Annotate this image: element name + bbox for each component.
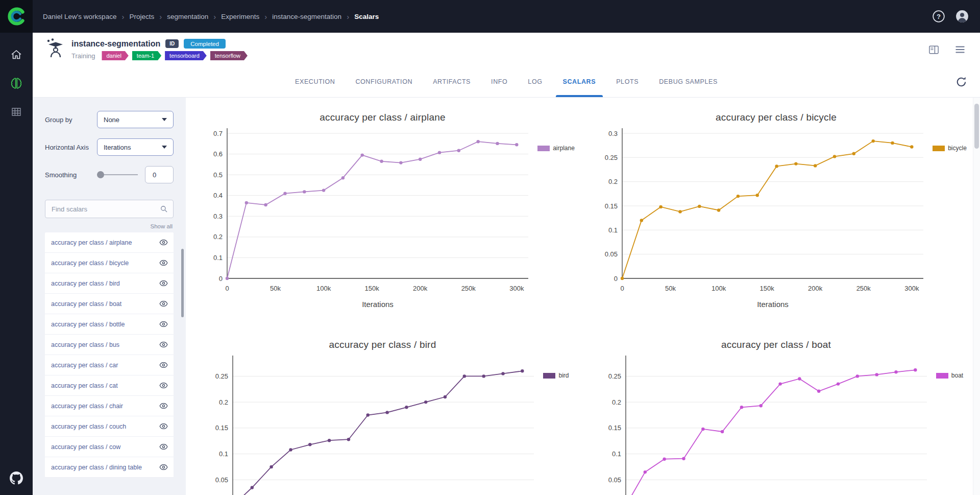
eye-icon[interactable] (159, 360, 168, 370)
datasets-grid-icon[interactable] (10, 105, 23, 119)
svg-text:0.1: 0.1 (612, 450, 621, 458)
eye-icon[interactable] (159, 258, 168, 268)
svg-text:0.1: 0.1 (213, 254, 223, 262)
projects-brain-icon[interactable] (10, 77, 23, 90)
help-icon[interactable]: ? (932, 10, 945, 23)
breadcrumb-item[interactable]: Experiments (221, 13, 259, 20)
line-chart[interactable]: 00.050.10.150.20.250.3050k100k150k200k25… (585, 123, 933, 317)
search-icon[interactable] (159, 204, 168, 216)
list-item[interactable]: accuracy per class / bicycle (45, 253, 174, 273)
list-item[interactable]: accuracy per class / cow (45, 437, 174, 457)
list-item[interactable]: accuracy per class / cat (45, 375, 174, 396)
show-all-link[interactable]: Show all (46, 223, 173, 229)
scalars-workspace: Group by None Horizontal Axis Iterations… (33, 98, 980, 495)
list-item[interactable]: accuracy per class / boat (45, 294, 174, 314)
line-chart[interactable]: 00.050.10.150.20.25050k100k150k200k250k3… (196, 350, 543, 495)
group-by-select[interactable]: None (97, 111, 174, 128)
svg-text:Iterations: Iterations (362, 300, 394, 309)
search-input[interactable] (45, 200, 174, 218)
scalar-name: accuracy per class / cat (51, 382, 159, 389)
legend-label: airplane (553, 145, 575, 152)
slider-thumb[interactable] (97, 171, 104, 178)
list-item[interactable]: accuracy per class / couch (45, 416, 174, 437)
list-scrollbar[interactable] (181, 249, 184, 317)
line-chart[interactable]: 00.10.20.30.40.50.60.7050k100k150k200k25… (190, 123, 537, 317)
eye-icon[interactable] (159, 340, 168, 349)
list-item[interactable]: accuracy per class / dining table (45, 457, 174, 478)
clearml-logo[interactable] (0, 0, 33, 33)
tab-artifacts[interactable]: ARTIFACTS (423, 67, 481, 97)
scalar-settings-panel: Group by None Horizontal Axis Iterations… (33, 98, 186, 495)
chart-cell: accuracy per class / boat00.050.10.150.2… (579, 332, 973, 495)
list-item[interactable]: accuracy per class / bus (45, 335, 174, 355)
scalar-name: accuracy per class / dining table (51, 464, 159, 471)
line-chart[interactable]: 00.050.10.150.20.25050k100k150k200k250k3… (589, 350, 936, 495)
svg-text:50k: 50k (270, 285, 281, 292)
vertical-scrollbar[interactable] (973, 98, 980, 495)
scrollbar-thumb[interactable] (974, 104, 979, 149)
group-by-value: None (104, 116, 119, 124)
eye-icon[interactable] (159, 401, 168, 411)
tab-log[interactable]: LOG (518, 67, 552, 97)
home-icon[interactable] (10, 48, 23, 61)
svg-text:0.1: 0.1 (219, 450, 228, 458)
horizontal-axis-value: Iterations (104, 144, 131, 151)
chart-legend[interactable]: boat (936, 372, 963, 379)
eye-icon[interactable] (159, 238, 168, 247)
chart-cell: accuracy per class / airplane00.10.20.30… (186, 105, 579, 332)
legend-label: bird (558, 372, 569, 379)
eye-icon[interactable] (159, 299, 168, 309)
github-icon[interactable] (10, 472, 23, 485)
breadcrumb-item[interactable]: instance-segmentation (272, 13, 341, 20)
avatar[interactable] (955, 10, 969, 23)
svg-text:0.15: 0.15 (215, 424, 228, 432)
eye-icon[interactable] (159, 442, 168, 452)
smoothing-slider[interactable] (97, 171, 138, 178)
chart-body: 00.050.10.150.20.25050k100k150k200k250k3… (196, 350, 569, 495)
tab-execution[interactable]: EXECUTION (285, 67, 345, 97)
horizontal-axis-select[interactable]: Iterations (97, 138, 174, 156)
list-item[interactable]: accuracy per class / chair (45, 396, 174, 416)
breadcrumb-item[interactable]: Projects (129, 13, 154, 20)
breadcrumb-item[interactable]: segmentation (167, 13, 208, 20)
tab-info[interactable]: INFO (481, 67, 518, 97)
list-item[interactable]: accuracy per class / car (45, 355, 174, 375)
tab-debug-samples[interactable]: DEBUG SAMPLES (649, 67, 728, 97)
scalar-name: accuracy per class / boat (51, 300, 159, 308)
legend-label: boat (951, 372, 963, 379)
chart-legend[interactable]: airplane (537, 145, 575, 152)
chart-cell: accuracy per class / bicycle00.050.10.15… (579, 105, 973, 332)
eye-icon[interactable] (159, 319, 168, 329)
smoothing-input[interactable] (145, 166, 174, 183)
tag-daniel[interactable]: daniel (102, 51, 128, 60)
tag-team-1[interactable]: team-1 (132, 51, 161, 60)
scalar-name: accuracy per class / bottle (51, 321, 159, 328)
chart-title: accuracy per class / airplane (320, 112, 446, 123)
breadcrumb-item[interactable]: Daniel Lew's workspace (43, 13, 116, 20)
refresh-icon[interactable] (955, 76, 968, 90)
tab-plots[interactable]: PLOTS (606, 67, 649, 97)
svg-text:0.3: 0.3 (213, 213, 223, 220)
chart-legend[interactable]: bird (543, 372, 569, 379)
tab-scalars[interactable]: SCALARS (553, 67, 606, 97)
chart-body: 00.050.10.150.20.250.3050k100k150k200k25… (585, 123, 967, 317)
list-item[interactable]: accuracy per class / airplane (45, 232, 174, 253)
eye-icon[interactable] (159, 278, 168, 288)
list-item[interactable]: accuracy per class / bird (45, 273, 174, 294)
scalar-name: accuracy per class / bus (51, 341, 159, 348)
id-badge[interactable]: ID (165, 39, 179, 48)
svg-text:0.2: 0.2 (612, 398, 621, 406)
breadcrumb-separator: › (213, 12, 216, 21)
list-item[interactable]: accuracy per class / bottle (45, 314, 174, 335)
eye-icon[interactable] (159, 381, 168, 390)
tab-configuration[interactable]: CONFIGURATION (345, 67, 423, 97)
tag-tensorflow[interactable]: tensorflow (210, 51, 248, 60)
eye-icon[interactable] (159, 462, 168, 472)
details-panel-icon[interactable] (927, 43, 940, 56)
chart-body: 00.10.20.30.40.50.60.7050k100k150k200k25… (190, 123, 575, 317)
chart-legend[interactable]: bicycle (933, 145, 967, 152)
eye-icon[interactable] (159, 421, 168, 431)
tag-tensorboard[interactable]: tensorboard (165, 51, 207, 60)
breadcrumb-item[interactable]: Scalars (354, 13, 379, 20)
menu-icon[interactable] (953, 43, 967, 56)
